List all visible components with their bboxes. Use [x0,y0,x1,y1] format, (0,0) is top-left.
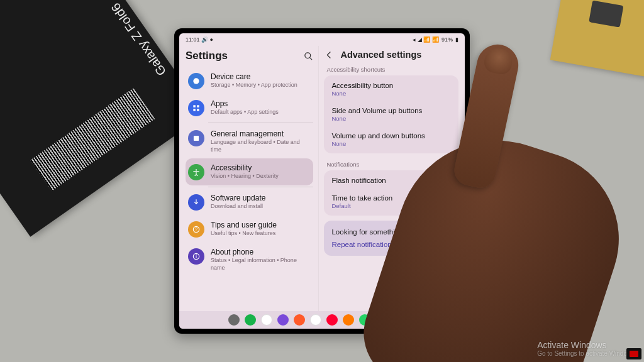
taskbar-app-1[interactable] [228,314,240,326]
settings-item-accessibility[interactable]: Accessibility Vision • Hearing • Dexteri… [186,158,313,185]
taskbar-app-phone[interactable] [245,314,256,326]
item-title: Accessibility [211,163,311,172]
item-title: General management [211,129,311,138]
taskbar-app-5[interactable] [294,314,305,326]
item-subtitle: Download and install [211,203,311,210]
battery-icon: ▮ [455,36,458,43]
item-subtitle: Language and keyboard • Date and time [211,139,311,153]
back-icon[interactable] [324,50,334,60]
settings-master-pane: Settings Device care Storage • Memory • … [179,46,319,311]
device-care-icon [188,73,204,89]
svg-rect-3 [193,105,196,107]
taskbar-app-6[interactable] [310,314,321,326]
item-subtitle: Useful tips • New features [211,230,311,237]
taskbar-app-youtube[interactable] [326,314,338,326]
status-right-icons: ◂ ◢ 📶 📶 [413,36,439,43]
settings-title: Settings [186,50,228,62]
channel-badge-icon [626,348,641,359]
svg-point-8 [196,169,197,170]
status-time: 11:01 [186,36,200,43]
section-label-shortcuts: Accessibility shortcuts [326,66,458,73]
item-subtitle: Storage • Memory • App protection [211,82,311,89]
settings-item-apps[interactable]: Apps Default apps • App settings [186,94,313,121]
apps-icon [188,100,204,116]
accessibility-icon [188,164,204,180]
tips-icon: ? [188,221,204,238]
item-title: Software update [211,194,311,202]
row-accessibility-button[interactable]: Accessibility button None [324,77,458,102]
status-battery-text: 91% [441,36,453,43]
item-subtitle: Vision • Hearing • Dexterity [211,173,311,180]
status-bar: 11:01 🔊 ● ◂ ◢ 📶 📶 91% ▮ [179,33,465,46]
status-left-icons: 🔊 ● [201,36,213,43]
windows-activation-watermark: Activate Windows Go to Settings to activ… [537,340,636,357]
row-side-volume-up[interactable]: Side and Volume up buttons None [324,102,458,127]
svg-point-0 [305,52,311,58]
svg-rect-6 [197,109,199,111]
item-subtitle: Status • Legal information • Phone name [211,257,311,272]
search-icon[interactable] [303,51,313,61]
settings-item-software-update[interactable]: Software update Download and install [186,189,313,216]
settings-item-device-care[interactable]: Device care Storage • Memory • App prote… [186,67,313,94]
item-title: Apps [211,99,311,108]
settings-item-general-management[interactable]: General management Language and keyboard… [186,124,313,158]
software-update-icon [188,194,204,211]
settings-item-about-phone[interactable]: About phone Status • Legal information •… [186,243,313,277]
svg-text:?: ? [195,227,197,231]
taskbar-app-messages[interactable] [261,314,272,326]
svg-rect-5 [193,109,196,111]
item-subtitle: Default apps • App settings [211,109,311,116]
general-management-icon [188,130,204,146]
item-title: Device care [211,72,311,81]
taskbar-app-8[interactable] [343,314,354,326]
detail-title: Advanced settings [340,50,421,60]
svg-point-2 [193,78,199,84]
row-volume-up-down[interactable]: Volume up and down buttons None [324,127,458,152]
item-title: About phone [211,248,311,256]
taskbar-app-browser[interactable] [277,314,289,326]
settings-list: Device care Storage • Memory • App prote… [186,67,313,310]
wooden-prop [550,0,644,77]
settings-item-tips[interactable]: ? Tips and user guide Useful tips • New … [186,216,313,243]
about-phone-icon [188,248,204,265]
item-title: Tips and user guide [211,221,311,229]
svg-rect-7 [194,136,199,141]
svg-rect-4 [197,105,199,107]
card-accessibility-shortcuts: Accessibility button None Side and Volum… [324,75,458,153]
barcode-graphic [30,88,155,191]
svg-line-1 [309,57,312,60]
